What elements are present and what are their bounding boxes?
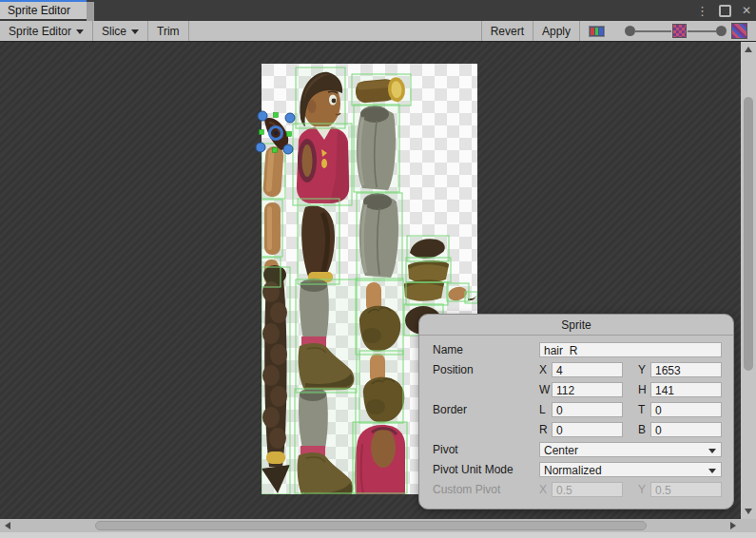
apply-button[interactable]: Apply xyxy=(533,21,579,41)
window-menu-icon[interactable]: ⋮ xyxy=(696,5,708,17)
custom-pivot-x-field: 0.5 xyxy=(552,482,623,497)
slice-dropdown-button[interactable]: Slice xyxy=(93,21,148,41)
tab-bar: Sprite Editor ⋮ ✕ xyxy=(0,0,756,21)
sprite-editor-window: Sprite Editor ⋮ ✕ Sprite Editor Slice Tr… xyxy=(0,0,756,538)
rgb-channels-icon xyxy=(589,26,605,37)
slice-label: Slice xyxy=(102,25,126,38)
chevron-down-icon xyxy=(131,29,139,34)
border-label: Border xyxy=(433,403,539,416)
pivot-dropdown[interactable]: Center xyxy=(539,442,722,457)
chevron-down-icon xyxy=(76,29,84,34)
border-b-field[interactable]: 0 xyxy=(650,422,722,437)
position-y-field[interactable]: 1653 xyxy=(650,362,722,377)
l-label: L xyxy=(539,403,552,416)
horizontal-scrollbar-thumb[interactable] xyxy=(95,521,647,530)
border-l-field[interactable]: 0 xyxy=(552,402,623,417)
custom-pivot-label: Custom Pivot xyxy=(433,483,539,496)
color-channel-toggle[interactable] xyxy=(579,21,613,41)
vertical-scrollbar[interactable] xyxy=(741,42,756,519)
revert-label: Revert xyxy=(491,25,524,38)
sprite-selection-gizmo xyxy=(256,111,295,154)
toolbar-right-group: Revert Apply xyxy=(481,21,756,41)
custom-pivot-y-field: 0.5 xyxy=(650,482,722,497)
tab-title: Sprite Editor xyxy=(8,4,70,17)
x-label: X xyxy=(539,363,552,376)
scroll-up-icon[interactable] xyxy=(745,47,752,52)
scroll-right-icon[interactable] xyxy=(730,522,736,529)
border-t-field[interactable]: 0 xyxy=(650,402,722,417)
width-field[interactable]: 112 xyxy=(552,382,623,397)
sprite-editor-mode-label: Sprite Editor xyxy=(9,25,71,38)
preview-sliders xyxy=(613,21,756,41)
texture-preview-icon xyxy=(672,24,687,38)
pivot-unit-mode-label: Pivot Unit Mode xyxy=(433,463,539,476)
w-label: W xyxy=(539,383,552,396)
vertical-scrollbar-thumb[interactable] xyxy=(744,97,753,371)
height-field[interactable]: 141 xyxy=(650,382,722,397)
chevron-down-icon xyxy=(708,469,716,473)
scroll-down-icon[interactable] xyxy=(745,509,752,514)
scroll-left-icon[interactable] xyxy=(5,522,10,529)
r-label: R xyxy=(539,423,552,436)
toolbar-spacer xyxy=(189,21,481,41)
tab-sprite-editor[interactable]: Sprite Editor xyxy=(0,0,87,19)
horizontal-scrollbar[interactable] xyxy=(0,519,756,532)
sprite-inspector-panel: Sprite Name hair_R Position X 4 Y 1653 xyxy=(418,314,734,509)
position-label: Position xyxy=(433,363,539,376)
maximize-icon[interactable] xyxy=(719,5,731,17)
pivot-unit-mode-dropdown[interactable]: Normalized xyxy=(539,462,722,477)
y-label: Y xyxy=(638,363,650,376)
mip-slider-track[interactable] xyxy=(688,30,716,32)
name-field[interactable]: hair_R xyxy=(539,342,722,357)
chevron-down-icon xyxy=(708,449,716,453)
revert-button[interactable]: Revert xyxy=(481,21,533,41)
pivot-label: Pivot xyxy=(433,443,539,456)
mip-slider-handle[interactable] xyxy=(716,26,727,36)
window-controls: ⋮ ✕ xyxy=(696,0,751,21)
alpha-slider-handle[interactable] xyxy=(625,26,635,36)
close-icon[interactable]: ✕ xyxy=(742,5,751,16)
name-label: Name xyxy=(433,343,539,356)
tab-well xyxy=(87,2,94,21)
b-label: B xyxy=(638,423,650,436)
trim-button[interactable]: Trim xyxy=(148,21,189,41)
pivot-value: Center xyxy=(544,444,578,457)
pivot-unit-mode-value: Normalized xyxy=(544,464,602,477)
alpha-slider-track[interactable] xyxy=(635,30,671,32)
toolbar-left-group: Sprite Editor Slice Trim xyxy=(0,21,189,41)
border-r-field[interactable]: 0 xyxy=(552,422,623,437)
t-label: T xyxy=(638,403,650,416)
toolbar: Sprite Editor Slice Trim Revert Apply xyxy=(0,21,756,42)
trim-label: Trim xyxy=(157,25,180,38)
panel-title: Sprite xyxy=(419,315,733,336)
window-bottom-edge xyxy=(0,532,756,538)
position-x-field[interactable]: 4 xyxy=(552,362,623,377)
custom-pivot-y-label: Y xyxy=(638,483,650,496)
custom-pivot-x-label: X xyxy=(539,483,552,496)
h-label: H xyxy=(638,383,650,396)
mipmap-icon xyxy=(731,23,747,39)
apply-label: Apply xyxy=(542,25,571,38)
sprite-editor-mode-dropdown[interactable]: Sprite Editor xyxy=(0,21,93,41)
